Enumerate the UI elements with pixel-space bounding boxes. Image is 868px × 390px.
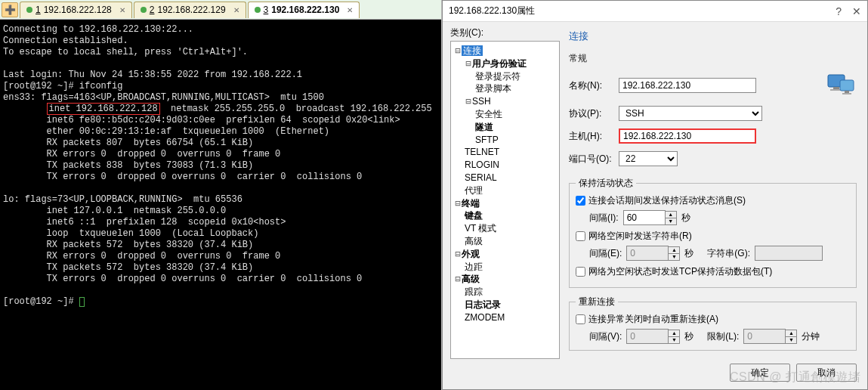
interval-e-input xyxy=(626,246,669,261)
tree-trace[interactable]: 跟踪 xyxy=(465,286,483,297)
tree-ssh[interactable]: SSH xyxy=(472,96,491,107)
close-icon[interactable]: ✕ xyxy=(119,6,125,14)
status-dot-icon xyxy=(255,7,261,13)
tree-login-prompt[interactable]: 登录提示符 xyxy=(475,71,520,82)
idle-send-label: 网络空闲时发送字符串(R) xyxy=(588,230,692,243)
terminal-text: Connecting to 192.168.222.130:22... Conn… xyxy=(3,24,324,103)
tree-terminal[interactable]: 终端 xyxy=(462,198,480,209)
tcp-keepalive-checkbox[interactable] xyxy=(576,267,585,277)
interval-e-label: 间隔(E): xyxy=(589,247,622,260)
tcp-keepalive-label: 网络为空闲状态时发送TCP保持活动数据包(T) xyxy=(588,265,772,278)
tree-login-script[interactable]: 登录脚本 xyxy=(475,83,511,94)
status-dot-icon xyxy=(141,7,147,13)
category-tree[interactable]: ⊟连接 ⊟用户身份验证 登录提示符 登录脚本 ⊟SSH xyxy=(450,41,560,359)
dialog-title: 192.168.222.130属性 xyxy=(449,5,535,17)
cursor-icon xyxy=(79,297,85,307)
dialog-footer: 确定 取消 xyxy=(450,359,860,383)
keepalive-fieldset: 保持活动状态 连接会话期间发送保持活动状态消息(S) 间隔(I): ▲▼ 秒 xyxy=(569,177,857,288)
svg-rect-4 xyxy=(845,91,849,93)
cancel-button[interactable]: 取消 xyxy=(796,364,857,382)
keepalive-send-checkbox[interactable] xyxy=(576,196,585,206)
sec-label: 秒 xyxy=(684,247,693,260)
ok-button[interactable]: 确定 xyxy=(730,364,790,382)
keepalive-send-label: 连接会话期间发送保持活动状态消息(S) xyxy=(588,194,746,207)
idle-send-checkbox[interactable] xyxy=(576,231,585,241)
terminal-prompt: [root@192 ~]# xyxy=(3,296,79,307)
tree-proxy[interactable]: 代理 xyxy=(465,185,483,196)
host-label: 主机(H): xyxy=(569,130,614,143)
protocol-select[interactable]: SSH xyxy=(619,106,762,121)
tab-label: 192.168.222.130 xyxy=(271,5,339,15)
terminal-text: inet6 fe80::b5dc:c204:9d03:c0ee prefixle… xyxy=(3,115,400,284)
sec-label: 秒 xyxy=(684,330,693,343)
host-input[interactable] xyxy=(619,128,756,144)
tab-number: 2 xyxy=(150,5,155,15)
tab-label: 192.168.222.128 xyxy=(44,5,112,15)
tree-margin[interactable]: 边距 xyxy=(465,262,483,272)
string-input xyxy=(755,246,823,261)
tab-number: 3 xyxy=(264,5,269,15)
connection-form: 连接 常规 名称(N): 协议(P): SSH xyxy=(566,26,860,359)
session-tab-2[interactable]: 2 192.168.222.129 ✕ xyxy=(134,2,246,18)
reconnect-fieldset: 重新连接 连接异常关闭时自动重新连接(A) 间隔(V): ▲▼ 秒 xyxy=(569,296,857,351)
tree-telnet[interactable]: TELNET xyxy=(465,147,499,157)
port-label: 端口号(O): xyxy=(569,153,614,166)
tree-appearance[interactable]: 外观 xyxy=(462,249,480,259)
category-label: 类别(C): xyxy=(450,26,560,39)
auto-reconnect-checkbox[interactable] xyxy=(576,314,585,324)
interval-v-input xyxy=(626,329,669,344)
name-input[interactable] xyxy=(619,78,756,93)
help-button[interactable]: ? xyxy=(836,5,842,17)
highlighted-inet: inet 192.168.222.128 xyxy=(47,103,160,115)
tree-security[interactable]: 安全性 xyxy=(475,109,502,119)
terminal-text: netmask 255.255.255.0 broadcast 192.168.… xyxy=(160,104,432,114)
name-label: 名称(N): xyxy=(569,79,614,92)
spinner-buttons[interactable]: ▲▼ xyxy=(666,211,677,225)
terminal-text xyxy=(3,104,47,114)
tab-bar: ➕ 1 192.168.222.128 ✕ 2 192.168.222.129 … xyxy=(0,0,441,20)
protocol-label: 协议(P): xyxy=(569,107,614,120)
limit-label: 限制(L): xyxy=(707,330,739,343)
dialog-titlebar: 192.168.222.130属性 ? ✕ xyxy=(443,1,867,22)
tree-connection[interactable]: 连接 xyxy=(462,45,483,56)
svg-rect-1 xyxy=(833,87,839,89)
tree-rlogin[interactable]: RLOGIN xyxy=(465,159,499,170)
interval-i-input[interactable] xyxy=(623,210,666,225)
tree-user-auth[interactable]: 用户身份验证 xyxy=(472,58,527,69)
form-heading: 连接 xyxy=(569,28,857,46)
tree-zmodem[interactable]: ZMODEM xyxy=(465,312,505,323)
port-select[interactable]: 22 xyxy=(619,151,678,166)
tree-keyboard[interactable]: 键盘 xyxy=(465,210,483,221)
tree-advanced-term[interactable]: 高级 xyxy=(465,236,483,246)
spinner-buttons: ▲▼ xyxy=(669,330,680,344)
reconnect-legend: 重新连接 xyxy=(576,296,618,308)
limit-input xyxy=(743,329,786,344)
tree-vt-mode[interactable]: VT 模式 xyxy=(465,223,496,234)
interval-v-label: 间隔(V): xyxy=(589,330,622,343)
close-icon[interactable]: ✕ xyxy=(233,6,239,14)
tab-number: 1 xyxy=(36,5,41,15)
close-button[interactable]: ✕ xyxy=(852,5,861,17)
keepalive-legend: 保持活动状态 xyxy=(576,177,636,190)
general-subheader: 常规 xyxy=(569,52,857,65)
terminal-pane: ➕ 1 192.168.222.128 ✕ 2 192.168.222.129 … xyxy=(0,0,442,390)
svg-rect-3 xyxy=(840,80,854,91)
string-label: 字符串(G): xyxy=(707,247,750,260)
tree-advanced[interactable]: 高级 xyxy=(462,274,480,284)
tree-tunnel[interactable]: 隧道 xyxy=(475,122,493,132)
terminal-output[interactable]: Connecting to 192.168.222.130:22... Conn… xyxy=(0,20,441,390)
interval-i-label: 间隔(I): xyxy=(589,212,619,224)
monitor-icon xyxy=(826,73,857,98)
close-icon[interactable]: ✕ xyxy=(347,6,353,14)
status-dot-icon xyxy=(26,7,32,13)
spinner-buttons: ▲▼ xyxy=(786,330,797,344)
sec-label: 秒 xyxy=(681,212,690,224)
spinner-buttons: ▲▼ xyxy=(669,246,680,261)
session-tab-3-active[interactable]: 3 192.168.222.130 ✕ xyxy=(248,2,360,18)
tree-serial[interactable]: SERIAL xyxy=(465,172,497,183)
tree-sftp[interactable]: SFTP xyxy=(475,135,499,145)
tree-logging[interactable]: 日志记录 xyxy=(465,299,501,310)
session-tab-1[interactable]: 1 192.168.222.128 ✕ xyxy=(20,2,132,18)
new-tab-button[interactable]: ➕ xyxy=(2,2,18,17)
properties-dialog: 192.168.222.130属性 ? ✕ 类别(C): ⊟连接 ⊟用户身份验证 xyxy=(442,0,868,390)
